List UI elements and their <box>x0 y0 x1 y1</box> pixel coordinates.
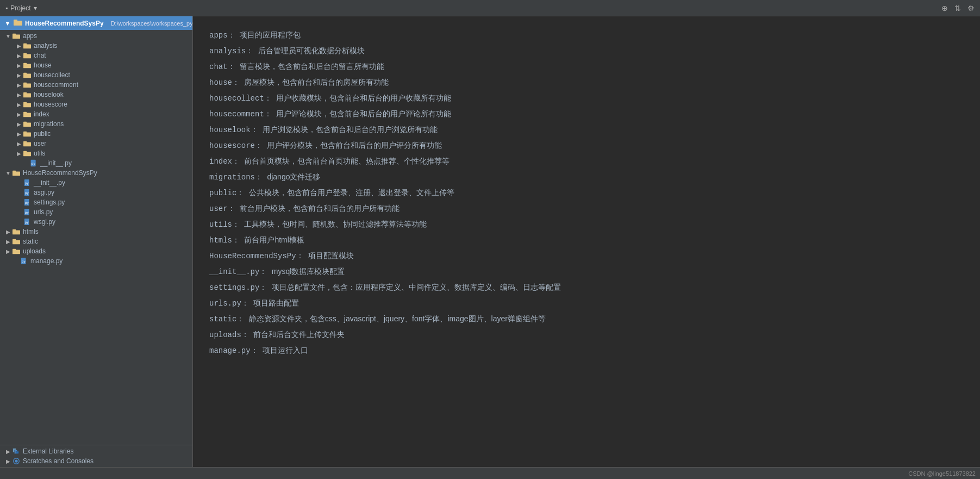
tree-item-house[interactable]: ▶ house <box>0 60 192 70</box>
content-desc: 前台首页模块，包含前台首页功能、热点推荐、个性化推荐等 <box>244 157 450 165</box>
svg-rect-12 <box>23 83 31 88</box>
label-wsgi: wsgi.py <box>34 218 55 226</box>
tree-item-houserecommendsyspy[interactable]: ▼ HouseRecommendSysPy <box>0 168 192 178</box>
folder-icon-houselook <box>23 91 32 98</box>
sidebar: ▼ HouseRecommendSysPy D:\workspaces\work… <box>0 16 193 467</box>
tree-item-user[interactable]: ▶ user <box>0 139 192 148</box>
tree-item-hrs-init[interactable]: py __init__.py <box>0 178 192 188</box>
python-file-icon-apps-init: py <box>29 160 38 167</box>
svg-rect-14 <box>23 93 31 97</box>
svg-text:py: py <box>25 210 29 215</box>
dropdown-arrow[interactable]: ▾ <box>34 4 37 12</box>
folder-icon-housecomment <box>23 82 32 89</box>
project-name: HouseRecommendSysPy <box>25 20 104 27</box>
folder-icon-htmls <box>12 228 21 235</box>
tree-item-external-libraries[interactable]: ▶ External Libraries <box>0 446 192 456</box>
project-header[interactable]: ▼ HouseRecommendSysPy D:\workspaces\work… <box>0 16 192 30</box>
content-desc: 项目的应用程序包 <box>240 30 301 39</box>
globe-icon[interactable]: ⊕ <box>941 4 948 13</box>
content-line: house： 房屋模块，包含前台和后台的房屋所有功能 <box>209 74 964 90</box>
arrow-public: ▶ <box>15 131 23 137</box>
content-desc: 前台用户html模板 <box>244 235 304 244</box>
python-file-icon-settings: py <box>23 199 32 206</box>
content-desc: django文件迁移 <box>267 172 320 181</box>
tree-item-manage[interactable]: py manage.py <box>0 256 192 266</box>
arrow-utils: ▶ <box>15 151 23 157</box>
label-house: house <box>34 61 52 69</box>
content-line: user： 前台用户模块，包含前台和后台的用户所有功能 <box>209 201 964 216</box>
content-line: manage.py： 项目运行入口 <box>209 343 964 358</box>
tree-item-apps[interactable]: ▼ apps <box>0 31 192 41</box>
arrow-index: ▶ <box>15 111 23 117</box>
svg-text:py: py <box>32 161 36 166</box>
tree-item-static[interactable]: ▶ static <box>0 237 192 246</box>
tree-item-urls[interactable]: py urls.py <box>0 207 192 217</box>
tree-item-housecollect[interactable]: ▶ housecollect <box>0 70 192 80</box>
svg-text:py: py <box>25 191 29 195</box>
folder-icon-analysis <box>23 42 32 49</box>
tree-item-wsgi[interactable]: py wsgi.py <box>0 217 192 227</box>
tree-item-public[interactable]: ▶ public <box>0 129 192 139</box>
label-htmls: htmls <box>23 228 39 235</box>
label-housecomment: housecomment <box>34 81 78 89</box>
content-key: htmls： <box>209 236 244 245</box>
svg-rect-5 <box>23 43 27 45</box>
content-line: uploads： 前台和后台文件上传文件夹 <box>209 327 964 343</box>
folder-icon-static <box>12 238 21 245</box>
content-key: housecollect： <box>209 94 276 103</box>
tree-item-scratches-and-consoles[interactable]: ▶ Scratches and Consoles <box>0 456 192 466</box>
svg-point-54 <box>15 459 17 462</box>
tree-item-migrations[interactable]: ▶ migrations <box>0 119 192 129</box>
folder-icon-migrations <box>23 121 32 128</box>
content-line: __init__.py： mysql数据库模块配置 <box>209 264 964 279</box>
arrow-housescore: ▶ <box>15 102 23 108</box>
svg-rect-31 <box>13 171 16 172</box>
label-urls: urls.py <box>34 208 53 216</box>
tree-item-settings[interactable]: py settings.py <box>0 197 192 207</box>
svg-rect-17 <box>23 102 27 104</box>
svg-rect-10 <box>23 73 31 78</box>
tree-item-housescore[interactable]: ▶ housescore <box>0 99 192 109</box>
tree-item-uploads[interactable]: ▶ uploads <box>0 246 192 256</box>
folder-icon-user <box>23 140 32 147</box>
tree-item-houselook[interactable]: ▶ houselook <box>0 90 192 99</box>
label-hrs-init: __init__.py <box>34 179 65 186</box>
svg-rect-16 <box>23 103 31 107</box>
arrow-htmls: ▶ <box>4 229 12 235</box>
label-housescore: housescore <box>34 101 67 108</box>
content-desc: 用户浏览模块，包含前台和后台的用户浏览所有功能 <box>263 125 438 134</box>
content-desc: 工具模块，包时间、随机数、协同过滤推荐算法等功能 <box>244 220 427 228</box>
folder-icon-apps <box>12 33 21 40</box>
svg-rect-44 <box>13 240 20 244</box>
content-line: migrations： django文件迁移 <box>209 169 964 185</box>
tree-item-index[interactable]: ▶ index <box>0 109 192 119</box>
folder-icon <box>14 19 22 27</box>
tree-item-utils[interactable]: ▶ utils <box>0 148 192 158</box>
tree-item-apps-init[interactable]: py __init__.py <box>0 158 192 168</box>
tree-item-htmls[interactable]: ▶ htmls <box>0 227 192 237</box>
settings-icon[interactable]: ⚙ <box>967 4 975 13</box>
svg-rect-15 <box>23 92 27 94</box>
content-key: apps： <box>209 31 240 40</box>
arrow-chat: ▶ <box>15 53 23 59</box>
content-desc: 用户评分模块，包含前台和后台的用户评分所有功能 <box>267 141 442 150</box>
content-line: index： 前台首页模块，包含前台首页功能、热点推荐、个性化推荐等 <box>209 153 964 169</box>
label-houselook: houselook <box>34 91 64 98</box>
python-file-icon-wsgi: py <box>23 219 32 226</box>
label-scratches: Scratches and Consoles <box>23 457 93 465</box>
content-key: manage.py： <box>209 346 263 355</box>
content-desc: 前台用户模块，包含前台和后台的用户所有功能 <box>240 204 400 213</box>
sort-icon[interactable]: ⇅ <box>954 4 961 13</box>
arrow-house: ▶ <box>15 63 23 69</box>
square-icon: ▪ <box>5 4 8 12</box>
content-desc: 公共模块，包含前台用户登录、注册、退出登录、文件上传等 <box>249 188 454 197</box>
tree-item-analysis[interactable]: ▶ analysis <box>0 41 192 51</box>
content-key: house： <box>209 78 244 87</box>
content-line: chat： 留言模块，包含前台和后台的留言所有功能 <box>209 59 964 74</box>
content-key: HouseRecommendSysPy： <box>209 252 308 260</box>
content-line: htmls： 前台用户html模板 <box>209 232 964 248</box>
tree-item-chat[interactable]: ▶ chat <box>0 51 192 60</box>
tree-item-asgi[interactable]: py asgi.py <box>0 188 192 197</box>
tree-item-housecomment[interactable]: ▶ housecomment <box>0 80 192 90</box>
svg-rect-18 <box>23 113 31 117</box>
